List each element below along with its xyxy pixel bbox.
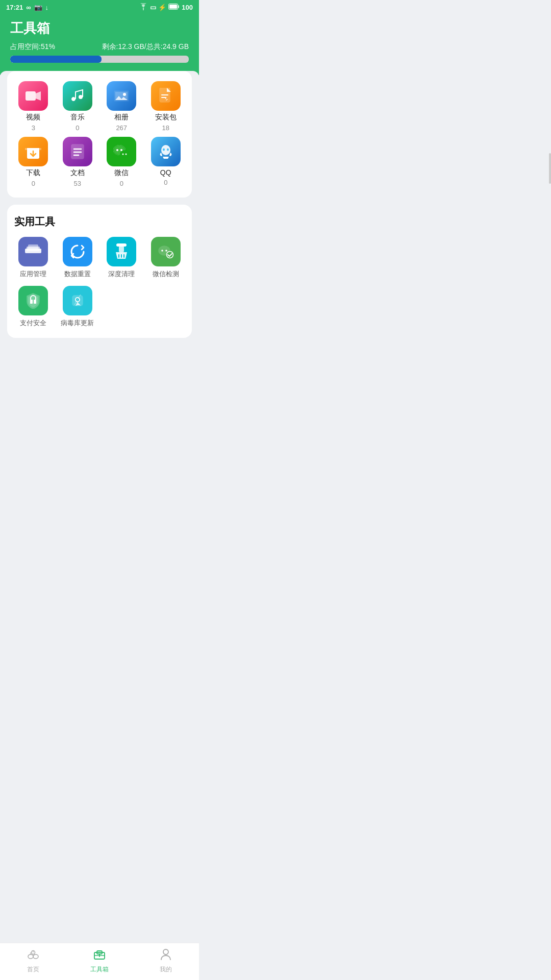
storage-progress-fill — [10, 56, 102, 63]
qq-count: 0 — [164, 179, 167, 186]
qq-icon — [151, 137, 181, 166]
music-label: 音乐 — [70, 113, 85, 122]
status-arrow-icon: ↓ — [45, 4, 49, 11]
download-icon — [18, 137, 48, 166]
tool-data-reset[interactable]: 数据重置 — [57, 237, 99, 279]
main-content: 视频 3 音乐 0 — [0, 71, 199, 386]
download-label: 下载 — [26, 168, 40, 178]
storage-remain-label: 剩余:12.3 GB/总共:24.9 GB — [102, 42, 189, 52]
tools-section-title: 实用工具 — [12, 215, 187, 229]
download-count: 0 — [32, 180, 35, 187]
svg-rect-30 — [119, 246, 124, 252]
svg-point-25 — [167, 149, 169, 151]
file-item-qq[interactable]: QQ 0 — [145, 137, 187, 187]
tool-virus-update[interactable]: 病毒库更新 — [57, 286, 99, 328]
tool-app-manage[interactable]: 应用管理 — [12, 237, 55, 279]
file-item-download[interactable]: 下载 0 — [12, 137, 55, 187]
data-reset-label: 数据重置 — [64, 270, 91, 279]
file-item-photo[interactable]: 相册 267 — [101, 81, 143, 132]
deep-clean-icon — [107, 237, 136, 266]
pay-safe-icon — [18, 286, 48, 315]
status-camera-icon: 📷 — [34, 4, 42, 11]
video-count: 3 — [32, 124, 35, 132]
file-item-wechat[interactable]: 微信 0 — [101, 137, 143, 187]
svg-point-24 — [163, 149, 165, 151]
svg-point-35 — [161, 250, 163, 252]
svg-point-18 — [120, 149, 122, 151]
wechat-check-icon — [151, 237, 181, 266]
svg-rect-28 — [28, 244, 38, 249]
video-icon — [18, 81, 48, 111]
svg-point-0 — [143, 9, 144, 10]
svg-rect-3 — [26, 91, 36, 101]
svg-rect-40 — [34, 300, 36, 304]
svg-point-21 — [122, 154, 124, 155]
virus-update-icon — [63, 286, 92, 315]
file-grid-card: 视频 3 音乐 0 — [7, 71, 192, 198]
battery-icon — [168, 4, 180, 11]
svg-point-22 — [126, 154, 127, 155]
svg-point-6 — [123, 93, 126, 96]
sim-icon: ▭ — [150, 4, 156, 11]
wechat-label: 微信 — [114, 168, 129, 178]
storage-info: 占用空间:51% 剩余:12.3 GB/总共:24.9 GB — [10, 42, 189, 52]
status-extra: ∞ — [26, 4, 31, 11]
tools-card: 实用工具 应用管理 — [7, 205, 192, 338]
tools-grid: 应用管理 数据重置 — [12, 237, 187, 328]
tool-wechat-check[interactable]: 微信检测 — [145, 237, 187, 279]
svg-rect-2 — [169, 5, 177, 9]
page-title: 工具箱 — [10, 19, 189, 37]
file-item-doc[interactable]: 文档 53 — [57, 137, 99, 187]
apk-count: 18 — [162, 124, 169, 132]
file-grid: 视频 3 音乐 0 — [12, 81, 187, 187]
file-item-music[interactable]: 音乐 0 — [57, 81, 99, 132]
doc-label: 文档 — [70, 168, 85, 178]
apk-label: 安装包 — [155, 113, 177, 122]
svg-point-23 — [161, 145, 170, 155]
photo-label: 相册 — [114, 113, 129, 122]
storage-progress-bg — [10, 56, 189, 63]
pay-safe-label: 支付安全 — [20, 318, 46, 328]
doc-count: 53 — [74, 180, 81, 187]
tool-pay-safe[interactable]: 支付安全 — [12, 286, 55, 328]
file-item-video[interactable]: 视频 3 — [12, 81, 55, 132]
music-count: 0 — [76, 124, 79, 132]
svg-rect-39 — [30, 300, 33, 304]
wechat-icon — [107, 137, 136, 166]
deep-clean-label: 深度清理 — [108, 270, 135, 279]
svg-marker-4 — [36, 91, 41, 101]
svg-point-20 — [120, 151, 129, 158]
data-reset-icon — [63, 237, 92, 266]
app-manage-label: 应用管理 — [20, 270, 46, 279]
svg-point-36 — [165, 250, 167, 252]
doc-icon — [63, 137, 92, 166]
charge-icon: ⚡ — [158, 4, 166, 11]
svg-point-5 — [79, 95, 83, 99]
wechat-check-label: 微信检测 — [153, 270, 179, 279]
storage-used-label: 占用空间:51% — [10, 42, 55, 52]
virus-update-label: 病毒库更新 — [61, 318, 94, 328]
photo-icon — [107, 81, 136, 111]
photo-count: 267 — [116, 124, 127, 132]
status-time: 17:21 — [6, 4, 23, 11]
wifi-icon — [139, 3, 148, 12]
tool-deep-clean[interactable]: 深度清理 — [101, 237, 143, 279]
battery-level: 100 — [182, 4, 193, 11]
status-bar: 17:21 ∞ 📷 ↓ ▭ ⚡ 100 — [0, 0, 199, 14]
wechat-count: 0 — [120, 180, 123, 187]
header: 工具箱 占用空间:51% 剩余:12.3 GB/总共:24.9 GB — [0, 14, 199, 75]
file-item-apk[interactable]: 安装包 18 — [145, 81, 187, 132]
svg-point-17 — [116, 149, 118, 151]
apk-icon — [151, 81, 181, 111]
music-icon — [63, 81, 92, 111]
video-label: 视频 — [26, 113, 40, 122]
qq-label: QQ — [160, 168, 171, 177]
app-manage-icon — [18, 237, 48, 266]
